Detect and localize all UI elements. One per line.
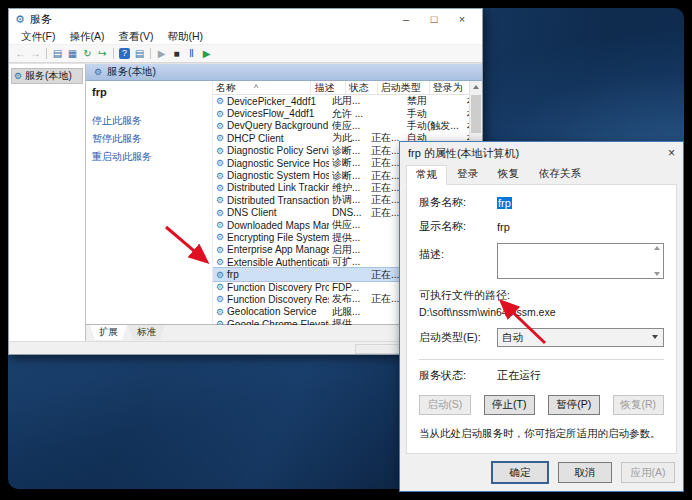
service-name-label: 服务名称: xyxy=(419,195,497,210)
dialog-title: frp 的属性(本地计算机) xyxy=(408,146,519,161)
tree-item-label: 服务(本地) xyxy=(25,69,72,83)
column-header-desc[interactable]: 描述 xyxy=(311,81,345,94)
scroll-up-icon[interactable] xyxy=(654,246,660,250)
separator xyxy=(150,48,151,59)
description-scroll-icons[interactable] xyxy=(652,246,661,276)
dialog-tab[interactable]: 常规 xyxy=(406,165,447,185)
display-name-value: frp xyxy=(497,221,510,233)
forward-icon[interactable]: → xyxy=(28,46,43,61)
services-node-icon: ⚙ xyxy=(14,71,22,81)
view-tab[interactable]: 标准 xyxy=(128,325,165,340)
dialog-tab[interactable]: 依存关系 xyxy=(529,164,591,184)
startup-type-dropdown[interactable]: 自动 xyxy=(497,328,664,347)
show-pane-icon[interactable]: ▤ xyxy=(132,46,147,61)
dialog-tab[interactable]: 恢复 xyxy=(488,164,529,184)
start-button: 启动(S) xyxy=(419,395,471,415)
service-gear-icon: ⚙ xyxy=(216,133,224,143)
start-service-icon[interactable]: ▶ xyxy=(154,46,169,61)
back-icon[interactable]: ← xyxy=(13,46,28,61)
menu-item[interactable]: 查看(V) xyxy=(112,30,159,44)
pane-header: ⚙ 服务(本地) xyxy=(86,64,482,81)
service-gear-icon: ⚙ xyxy=(216,183,224,193)
column-header-startup[interactable]: 启动类型 xyxy=(378,81,430,94)
stop-service-icon[interactable]: ■ xyxy=(169,46,184,61)
scroll-down-icon[interactable] xyxy=(654,272,660,276)
help-icon[interactable]: ? xyxy=(119,48,130,59)
service-status-label: 服务状态: xyxy=(419,368,497,383)
column-header-logon[interactable]: 登录为 xyxy=(430,81,470,94)
separator xyxy=(113,48,114,59)
dialog-titlebar: frp 的属性(本地计算机) × xyxy=(400,142,683,164)
apply-button: 应用(A) xyxy=(621,462,675,483)
properties-icon[interactable]: ▦ xyxy=(65,46,80,61)
general-tab-page: 服务名称: frp 显示名称: frp 描述: 可执行文件的路径: D:\sof… xyxy=(406,184,677,454)
service-gear-icon: ⚙ xyxy=(216,121,224,131)
view-tab[interactable]: 扩展 xyxy=(90,325,127,340)
service-gear-icon: ⚙ xyxy=(216,307,224,317)
description-field[interactable] xyxy=(497,243,664,279)
menu-item[interactable]: 帮助(H) xyxy=(161,30,209,44)
service-gear-icon: ⚙ xyxy=(216,220,224,230)
close-button[interactable]: × xyxy=(448,9,476,29)
service-name-value[interactable]: frp xyxy=(497,197,512,209)
service-gear-icon: ⚙ xyxy=(216,96,224,106)
service-gear-icon: ⚙ xyxy=(216,282,224,292)
scrollbar-thumb[interactable] xyxy=(471,95,481,133)
service-gear-icon: ⚙ xyxy=(216,158,224,168)
ok-button[interactable]: 确定 xyxy=(491,461,549,484)
window-titlebar: ⚙ 服务 – □ × xyxy=(9,9,482,29)
toolbar: ←→▤▦↻↪?▤▶■Ⅱ▶ xyxy=(9,45,482,63)
service-gear-icon: ⚙ xyxy=(216,232,224,242)
services-app-icon: ⚙ xyxy=(15,13,25,26)
pause-service-icon[interactable]: Ⅱ xyxy=(184,46,199,61)
service-gear-icon: ⚙ xyxy=(216,208,224,218)
service-gear-icon: ⚙ xyxy=(216,171,224,181)
dialog-tab[interactable]: 登录 xyxy=(447,164,488,184)
stop-button[interactable]: 停止(T) xyxy=(484,395,536,415)
sort-asc-icon: ^ xyxy=(254,83,258,93)
service-detail-pane: frp 停止此服务暂停此服务重启动此服务 xyxy=(86,81,212,324)
exe-path-value: D:\soft\nssm\win64\nssm.exe xyxy=(419,306,664,318)
menu-bar: 文件(F)操作(A)查看(V)帮助(H) xyxy=(9,29,482,45)
selected-service-name: frp xyxy=(92,86,208,98)
desktop: ⚙ 服务 – □ × 文件(F)操作(A)查看(V)帮助(H) ←→▤▦↻↪?▤… xyxy=(0,0,692,500)
console-tree-pane: ⚙ 服务(本地) xyxy=(9,64,86,341)
minimize-button[interactable]: – xyxy=(392,9,420,29)
DevQuery Background D...[interactable]: ⚙DevQuery Background D... 使应... 手动(触发...… xyxy=(213,120,470,132)
show-console-tree-icon[interactable]: ▤ xyxy=(50,46,65,61)
restart-service-icon[interactable]: ▶ xyxy=(199,46,214,61)
pause-button[interactable]: 暂停(P) xyxy=(548,395,600,415)
cancel-button[interactable]: 取消 xyxy=(558,462,612,483)
service-gear-icon: ⚙ xyxy=(216,270,224,280)
resume-button: 恢复(R) xyxy=(613,395,665,415)
list-header: 名称 ^ 描述 状态 启动类型 登录为 xyxy=(213,81,470,95)
display-name-label: 显示名称: xyxy=(419,219,497,234)
column-header-status[interactable]: 状态 xyxy=(346,81,378,94)
exe-path-label: 可执行文件的路径: xyxy=(419,288,664,303)
export-list-icon[interactable]: ↪ xyxy=(95,46,110,61)
startup-params-note: 当从此处启动服务时，你可指定所适用的启动参数。 xyxy=(419,427,664,441)
service-action-link[interactable]: 停止此服务 xyxy=(92,114,208,128)
separator xyxy=(46,48,47,59)
pane-header-label: 服务(本地) xyxy=(107,65,156,79)
service-gear-icon: ⚙ xyxy=(216,319,224,325)
service-status-value: 正在运行 xyxy=(497,368,541,383)
DevicesFlow_4ddf1[interactable]: ⚙DevicesFlow_4ddf1 允许 ... 手动 本地系统 xyxy=(213,107,470,119)
DevicePicker_4ddf1[interactable]: ⚙DevicePicker_4ddf1 此用... 禁用 本地系统 xyxy=(213,95,470,107)
dialog-tabs: 常规登录恢复依存关系 xyxy=(400,164,683,184)
column-header-name[interactable]: 名称 ^ xyxy=(213,81,311,94)
service-action-link[interactable]: 暂停此服务 xyxy=(92,132,208,146)
maximize-button[interactable]: □ xyxy=(420,9,448,29)
refresh-icon[interactable]: ↻ xyxy=(80,46,95,61)
service-action-link[interactable]: 重启动此服务 xyxy=(92,150,208,164)
service-gear-icon: ⚙ xyxy=(216,294,224,304)
dialog-close-icon[interactable]: × xyxy=(655,146,675,160)
tree-item-services-local[interactable]: ⚙ 服务(本地) xyxy=(11,68,83,84)
menu-item[interactable]: 文件(F) xyxy=(15,30,61,44)
startup-type-label: 启动类型(E): xyxy=(419,330,497,345)
menu-item[interactable]: 操作(A) xyxy=(63,30,110,44)
service-gear-icon: ⚙ xyxy=(216,245,224,255)
pane-header-icon: ⚙ xyxy=(94,67,102,77)
scroll-up-icon[interactable] xyxy=(470,81,482,93)
window-title: 服务 xyxy=(30,12,52,27)
